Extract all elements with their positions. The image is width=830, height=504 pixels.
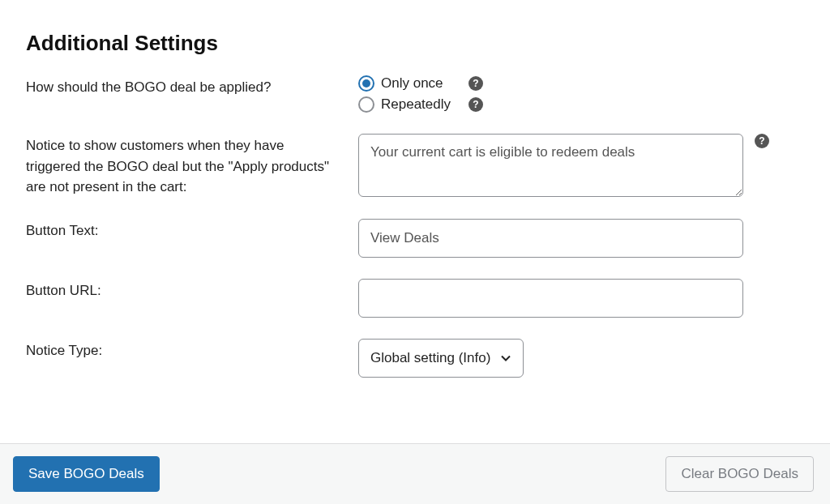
row-button-text: Button Text:	[26, 219, 804, 258]
row-button-url: Button URL:	[26, 279, 804, 318]
clear-button[interactable]: Clear BOGO Deals	[665, 456, 814, 492]
label-notice: Notice to show customers when they have …	[26, 134, 358, 198]
section-title: Additional Settings	[26, 31, 804, 56]
control-notice-type: Global setting (Info)	[358, 339, 804, 378]
label-apply: How should the BOGO deal be applied?	[26, 75, 358, 98]
help-icon[interactable]	[468, 97, 483, 112]
save-button[interactable]: Save BOGO Deals	[13, 456, 160, 492]
label-notice-type: Notice Type:	[26, 339, 358, 361]
footer: Save BOGO Deals Clear BOGO Deals	[0, 443, 830, 504]
radio-label-repeatedly: Repeatedly	[381, 96, 462, 113]
row-notice: Notice to show customers when they have …	[26, 134, 804, 198]
chevron-down-icon	[500, 352, 511, 364]
control-button-url	[358, 279, 804, 318]
row-apply: How should the BOGO deal be applied? Onl…	[26, 75, 804, 113]
settings-page: Additional Settings How should the BOGO …	[0, 0, 830, 504]
control-button-text	[358, 219, 804, 258]
settings-content: Additional Settings How should the BOGO …	[0, 0, 830, 378]
radio-label-once: Only once	[381, 75, 462, 92]
button-url-input[interactable]	[358, 279, 743, 318]
notice-textarea[interactable]	[358, 134, 743, 197]
notice-type-select[interactable]: Global setting (Info)	[358, 339, 524, 378]
row-notice-type: Notice Type: Global setting (Info)	[26, 339, 804, 378]
radio-repeatedly[interactable]	[358, 96, 374, 113]
radio-line-repeatedly: Repeatedly	[358, 96, 483, 113]
help-icon[interactable]	[755, 134, 769, 148]
radio-group-apply: Only once Repeatedly	[358, 75, 483, 113]
radio-line-once: Only once	[358, 75, 483, 92]
label-button-url: Button URL:	[26, 279, 358, 301]
select-value: Global setting (Info)	[370, 350, 490, 366]
help-icon[interactable]	[468, 76, 483, 91]
button-text-input[interactable]	[358, 219, 743, 258]
radio-only-once[interactable]	[358, 75, 374, 92]
control-apply: Only once Repeatedly	[358, 75, 804, 113]
control-notice	[358, 134, 804, 197]
label-button-text: Button Text:	[26, 219, 358, 241]
